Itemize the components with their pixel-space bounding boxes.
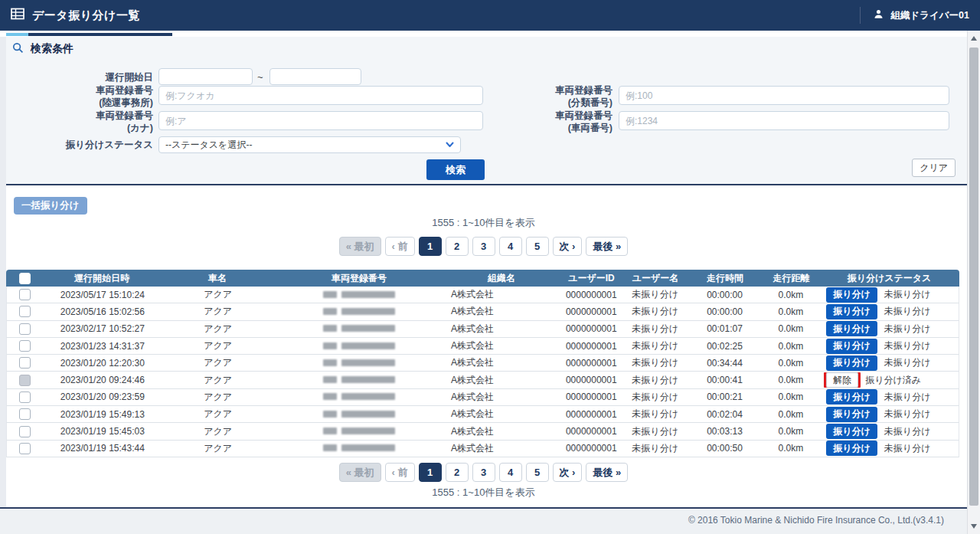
result-count-bottom: 1555 : 1~10件目を表示 [0,486,967,500]
scrollbar-thumb[interactable] [969,48,978,506]
organization-name: A株式会社 [444,374,559,387]
page-5[interactable]: 5 [526,463,549,482]
drive-time: 00:00:41 [687,375,763,385]
table-row: 2023/01/19 15:49:13アクアA株式会社0000000001未振り… [6,406,959,423]
user-name: 組織ドライバー01 [890,9,969,22]
drive-distance: 0.0km [763,341,818,352]
user-id: 0000000001 [559,358,624,369]
assignment-status-cell: 振り分け未振り分け [818,355,959,371]
drive-distance: 0.0km [763,426,818,437]
assign-button[interactable]: 振り分け [826,339,877,354]
row-checkbox[interactable] [19,357,31,369]
row-checkbox-cell [7,340,44,352]
progress-segment-light [6,33,28,36]
page-1[interactable]: 1 [419,237,442,256]
col-header: 車名 [161,272,274,285]
row-checkbox[interactable] [19,391,31,403]
scroll-down-arrow[interactable] [971,524,977,529]
copyright: © 2016 Tokio Marine & Nichido Fire Insur… [688,515,944,526]
assign-button[interactable]: 振り分け [826,321,877,336]
page-first: « 最初 [339,237,381,256]
page-last[interactable]: 最後 » [586,237,628,256]
page-3[interactable]: 3 [472,237,495,256]
registration-number-redacted [274,358,444,369]
row-checkbox[interactable] [19,408,31,420]
table-row: 2023/01/23 14:31:37アクアA株式会社0000000001未振り… [6,338,959,355]
search-icon [12,42,24,56]
organization-name: A株式会社 [444,323,559,336]
row-checkbox[interactable] [19,443,31,454]
assign-button[interactable]: 振り分け [826,424,877,439]
date-from-label: 運行開始日 [6,71,153,84]
registration-number-label: 車両登録番号 (車両番号) [466,110,612,135]
page-3[interactable]: 3 [472,463,495,482]
operation-start-datetime: 2023/01/23 14:31:37 [44,341,162,352]
page-2[interactable]: 2 [446,237,469,256]
drive-time: 00:01:07 [687,323,763,334]
registration-number-redacted [274,391,444,402]
registration-number-input[interactable] [619,111,949,130]
page-title: データ振り分け一覧 [32,8,140,23]
page-next[interactable]: 次 › [553,237,583,256]
redacted-value [323,393,395,400]
organization-name: A株式会社 [444,442,559,455]
assign-button[interactable]: 振り分け [826,287,877,303]
col-header: 運行開始日時 [43,272,161,285]
date-from-input[interactable] [158,68,253,85]
assign-button[interactable]: 振り分け [826,441,877,456]
registration-class-input[interactable] [619,86,949,105]
registration-office-input[interactable] [158,86,483,105]
search-conditions-heading: 検索条件 [12,42,74,56]
registration-kana-input[interactable] [158,111,483,130]
page-5[interactable]: 5 [526,237,549,256]
row-checkbox[interactable] [19,289,31,300]
registration-number-redacted [274,323,444,334]
page-4[interactable]: 4 [499,463,522,482]
registration-number-redacted [274,426,444,437]
progress-strip [0,31,967,37]
result-count-top: 1555 : 1~10件目を表示 [0,216,967,230]
registration-class-label: 車両登録番号 (分類番号) [466,84,612,110]
row-checkbox[interactable] [19,323,31,335]
operation-start-datetime: 2023/05/16 15:02:56 [44,306,162,317]
select-all-checkbox[interactable] [19,273,31,284]
page-2[interactable]: 2 [446,463,469,482]
release-button[interactable]: 解除 [826,372,858,388]
search-panel: 検索条件 運行開始日 ~ 車両登録番号 (陸運事務所) 車両登録番号 (分類番号… [6,37,967,185]
date-to-input[interactable] [270,68,361,85]
drive-time: 00:02:04 [687,409,763,420]
page-next[interactable]: 次 › [553,463,583,482]
redacted-value [323,376,395,383]
assignment-status-select[interactable]: --ステータスを選択-- [158,136,461,153]
drive-distance: 0.0km [763,391,818,402]
table-row: 2023/01/19 15:45:03アクアA株式会社0000000001未振り… [6,423,959,440]
car-name: アクア [162,391,275,404]
assign-button[interactable]: 振り分け [826,407,877,422]
search-conditions-label: 検索条件 [31,42,74,56]
clear-button[interactable]: クリア [912,159,956,177]
user-id: 0000000001 [559,306,624,317]
search-button[interactable]: 検索 [426,159,485,180]
assign-button[interactable]: 振り分け [826,389,877,405]
scroll-up-arrow[interactable] [971,36,977,41]
table-row: 2023/01/20 09:24:46アクアA株式会社0000000001未振り… [6,372,959,388]
operation-start-datetime: 2023/05/17 15:10:24 [44,290,162,300]
col-header: 走行距離 [763,272,819,285]
row-checkbox[interactable] [19,340,31,352]
assign-button[interactable]: 振り分け [826,304,877,319]
redacted-value [323,325,395,332]
assign-button[interactable]: 振り分け [826,355,877,371]
redacted-value [323,428,395,434]
page-1[interactable]: 1 [419,463,442,482]
user-menu[interactable]: 組織ドライバー01 [860,7,969,24]
vertical-scrollbar[interactable] [967,31,980,534]
bulk-assign-button[interactable]: 一括振り分け [14,197,87,215]
page-last[interactable]: 最後 » [586,463,628,482]
row-checkbox[interactable] [19,426,31,437]
left-margin-strip [0,37,6,507]
registration-kana-label: 車両登録番号 (カナ) [6,110,153,135]
user-name-cell: 未振り分け [624,305,687,318]
status-text: 未振り分け [884,391,931,404]
page-4[interactable]: 4 [499,237,522,256]
row-checkbox[interactable] [19,306,31,317]
